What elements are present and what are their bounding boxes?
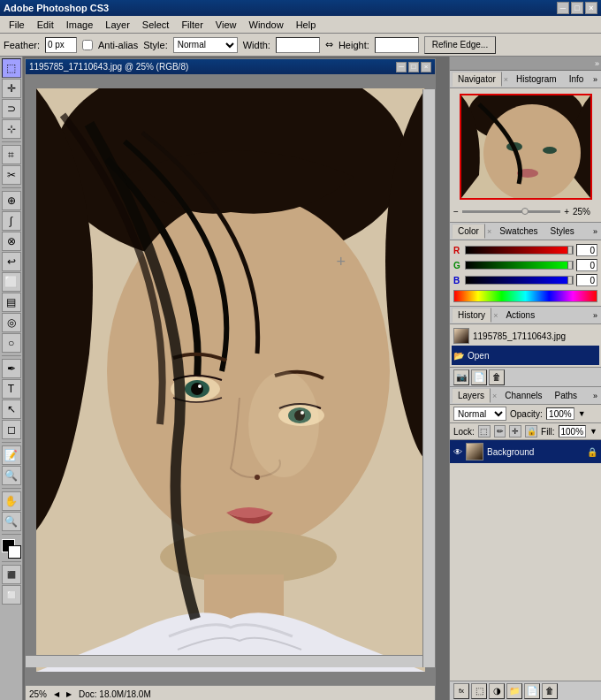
tab-layers[interactable]: Layers bbox=[452, 388, 491, 403]
zoom-out-button[interactable]: − bbox=[453, 207, 459, 217]
height-input[interactable] bbox=[375, 37, 419, 53]
menu-window[interactable]: Window bbox=[244, 18, 289, 32]
tab-navigator[interactable]: Navigator bbox=[452, 72, 502, 87]
color-panel-close[interactable]: » bbox=[591, 227, 599, 236]
refine-edge-button[interactable]: Refine Edge... bbox=[424, 36, 496, 54]
doc-maximize-button[interactable]: □ bbox=[408, 62, 419, 72]
menu-layer[interactable]: Layer bbox=[100, 18, 135, 32]
style-select[interactable]: Normal Fixed Ratio Fixed Size bbox=[173, 37, 238, 53]
green-slider[interactable] bbox=[465, 261, 574, 270]
menu-view[interactable]: View bbox=[210, 18, 242, 32]
navigator-preview[interactable] bbox=[460, 94, 592, 200]
tab-color[interactable]: Color bbox=[452, 224, 485, 239]
blue-value[interactable]: 0 bbox=[576, 274, 597, 286]
maximize-button[interactable]: □ bbox=[571, 2, 583, 14]
green-value[interactable]: 0 bbox=[576, 259, 597, 271]
dock-collapse-icon[interactable]: » bbox=[595, 59, 599, 68]
green-slider-thumb[interactable] bbox=[567, 261, 573, 270]
tool-move[interactable]: ✛ bbox=[2, 79, 21, 98]
opacity-arrow[interactable]: ▼ bbox=[578, 409, 586, 418]
menu-edit[interactable]: Edit bbox=[32, 18, 59, 32]
red-value[interactable]: 0 bbox=[576, 244, 597, 256]
lock-image-button[interactable]: ✏ bbox=[494, 425, 506, 438]
background-layer[interactable]: 👁 Background 🔒 bbox=[450, 440, 601, 463]
history-panel-close[interactable]: » bbox=[591, 311, 599, 320]
lock-transparent-button[interactable]: ⬚ bbox=[478, 425, 491, 438]
zoom-in-button[interactable]: + bbox=[564, 207, 569, 217]
tool-healing[interactable]: ⊕ bbox=[2, 191, 21, 210]
tool-marquee[interactable]: ⬚ bbox=[2, 58, 21, 78]
blue-slider[interactable] bbox=[465, 276, 574, 285]
tab-styles[interactable]: Styles bbox=[544, 224, 581, 239]
tool-zoom[interactable]: 🔍 bbox=[2, 512, 21, 531]
vertical-scrollbar[interactable] bbox=[422, 89, 435, 667]
blue-slider-thumb[interactable] bbox=[567, 276, 573, 285]
width-input[interactable] bbox=[276, 37, 320, 53]
tool-screen[interactable]: ⬜ bbox=[2, 585, 21, 605]
document-canvas[interactable]: + bbox=[26, 74, 435, 685]
layer-delete-button[interactable]: 🗑 bbox=[542, 683, 558, 699]
layer-fx-button[interactable]: fx bbox=[453, 683, 469, 699]
menu-image[interactable]: Image bbox=[61, 18, 99, 32]
menu-select[interactable]: Select bbox=[137, 18, 175, 32]
tool-stamp[interactable]: ⊗ bbox=[2, 232, 21, 251]
lock-position-button[interactable]: ✛ bbox=[509, 425, 521, 438]
opacity-value[interactable]: 100% bbox=[546, 407, 574, 420]
menu-filter[interactable]: Filter bbox=[176, 18, 208, 32]
red-slider[interactable] bbox=[465, 246, 574, 255]
tool-magic-wand[interactable]: ⊹ bbox=[2, 119, 21, 139]
tool-history-brush[interactable]: ↩ bbox=[2, 252, 21, 271]
tool-hand[interactable]: ✋ bbox=[2, 491, 21, 511]
history-new-button[interactable]: 📄 bbox=[471, 369, 487, 385]
color-swatches[interactable] bbox=[2, 539, 21, 559]
navigator-panel-close[interactable]: » bbox=[591, 75, 599, 84]
minimize-button[interactable]: ─ bbox=[557, 2, 569, 14]
horizontal-scrollbar[interactable] bbox=[26, 655, 422, 667]
zoom-slider[interactable] bbox=[462, 210, 560, 213]
tool-quickmask[interactable]: ⬛ bbox=[2, 565, 21, 584]
layers-panel-close[interactable]: » bbox=[591, 392, 599, 400]
tool-eraser[interactable]: ⬜ bbox=[2, 272, 21, 292]
tab-histogram[interactable]: Histogram bbox=[510, 72, 563, 87]
tab-swatches[interactable]: Swatches bbox=[493, 224, 544, 239]
status-nav-prev[interactable]: ◀ bbox=[54, 690, 59, 698]
tool-pen[interactable]: ✒ bbox=[2, 359, 21, 378]
layer-adjustment-button[interactable]: ◑ bbox=[489, 683, 505, 699]
tool-slice[interactable]: ✂ bbox=[2, 165, 21, 185]
tool-lasso[interactable]: ⊃ bbox=[2, 99, 21, 118]
fill-arrow[interactable]: ▼ bbox=[590, 427, 597, 436]
background-color[interactable] bbox=[8, 545, 21, 559]
tab-info[interactable]: Info bbox=[563, 72, 590, 87]
tool-eyedropper[interactable]: 🔍 bbox=[2, 466, 21, 485]
fill-value[interactable]: 100% bbox=[559, 425, 586, 438]
zoom-slider-thumb[interactable] bbox=[521, 208, 529, 215]
tool-text[interactable]: T bbox=[2, 379, 21, 399]
blend-mode-select[interactable]: Normal Multiply Screen bbox=[453, 407, 506, 421]
doc-close-button[interactable]: × bbox=[421, 62, 431, 72]
layer-group-button[interactable]: 📁 bbox=[506, 683, 522, 699]
tool-notes[interactable]: 📝 bbox=[2, 445, 21, 465]
tool-shape[interactable]: ◻ bbox=[2, 420, 21, 439]
tab-history[interactable]: History bbox=[452, 308, 491, 323]
feather-input[interactable] bbox=[45, 37, 77, 53]
layer-new-button[interactable]: 📄 bbox=[524, 683, 540, 699]
tab-channels[interactable]: Channels bbox=[498, 388, 548, 403]
tool-crop[interactable]: ⌗ bbox=[2, 145, 21, 164]
tool-dodge[interactable]: ○ bbox=[2, 333, 21, 353]
history-snapshot-button[interactable]: 📷 bbox=[453, 369, 469, 385]
status-nav-next[interactable]: ▶ bbox=[66, 690, 72, 698]
history-item-1[interactable]: 📂 Open bbox=[452, 346, 599, 365]
tool-path-select[interactable]: ↖ bbox=[2, 399, 21, 419]
history-delete-button[interactable]: 🗑 bbox=[489, 369, 505, 385]
lock-all-button[interactable]: 🔒 bbox=[525, 425, 537, 438]
doc-minimize-button[interactable]: ─ bbox=[396, 62, 407, 72]
layer-mask-button[interactable]: ⬚ bbox=[471, 683, 487, 699]
red-slider-thumb[interactable] bbox=[567, 246, 573, 255]
antialias-checkbox[interactable] bbox=[82, 40, 93, 50]
color-spectrum[interactable] bbox=[453, 290, 597, 302]
close-button[interactable]: × bbox=[585, 2, 597, 14]
tool-blur[interactable]: ◎ bbox=[2, 313, 21, 332]
tool-gradient[interactable]: ▤ bbox=[2, 293, 21, 312]
menu-file[interactable]: File bbox=[4, 18, 30, 32]
tab-paths[interactable]: Paths bbox=[549, 388, 584, 403]
